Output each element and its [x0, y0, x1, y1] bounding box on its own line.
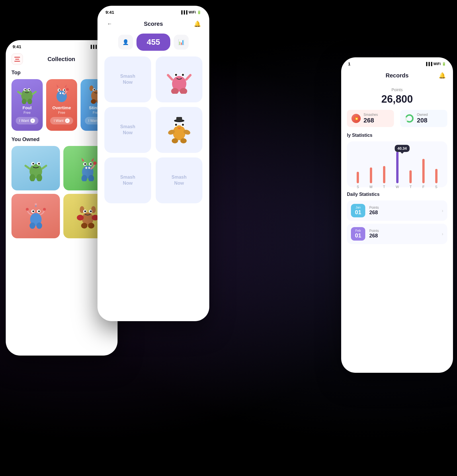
svg-line-80: [168, 75, 172, 79]
daily-section: Daily Statistics Jan 01 Points 268 › Feb…: [341, 192, 453, 244]
overtime-want-label: I Want: [54, 119, 63, 123]
smash-now-4: SmashNow: [171, 174, 186, 186]
signal-records: ▐▐▐: [425, 62, 432, 66]
score-slot-3[interactable]: SmashNow: [104, 107, 151, 153]
daily-item-jan[interactable]: Jan 01 Points 268 ›: [347, 200, 447, 221]
smash-now-2: SmashNow: [120, 124, 135, 136]
score-slot-2[interactable]: [156, 56, 202, 102]
bar-label-f: F: [422, 185, 424, 189]
left-tab-icon: 👤: [122, 39, 129, 45]
feb-pts-value: 268: [369, 233, 438, 239]
svg-line-35: [26, 166, 30, 169]
weekly-section: ly Statistics 40.34 S M T W: [341, 133, 453, 192]
signal-scores: ▐▐▐: [180, 10, 188, 14]
foul-name: Foul: [23, 105, 32, 110]
weekly-chart: 40.34 S M T W: [347, 141, 447, 187]
svg-point-43: [84, 163, 86, 165]
overtime-svg: [52, 83, 72, 104]
svg-point-27: [91, 99, 96, 104]
smashes-box: 💥 Smashes 268: [347, 110, 394, 127]
back-button[interactable]: ←: [104, 19, 115, 29]
records-notif-button[interactable]: 🔔: [437, 70, 447, 81]
bar-m: [370, 167, 372, 183]
bar-label-s1: S: [357, 185, 359, 189]
bar-label-w: W: [396, 185, 399, 189]
svg-point-69: [90, 210, 92, 212]
bar-col-t1: T: [383, 166, 385, 189]
wifi-scores: WiFi: [189, 10, 196, 14]
scores-header: ← Scores 🔔: [97, 16, 209, 34]
menu-button[interactable]: [11, 53, 23, 65]
date-day-jan: 01: [354, 209, 362, 216]
owned-monster-1-svg: [24, 155, 47, 181]
battery-records: 🔋: [442, 62, 446, 66]
date-box-feb: Feb 01: [351, 227, 365, 241]
bar-col-f: F: [422, 159, 425, 189]
foul-check: ✓: [30, 118, 35, 123]
owned-card-3[interactable]: [11, 194, 60, 238]
owned-monster-2-svg: [76, 155, 99, 181]
notification-button[interactable]: 🔔: [192, 19, 202, 29]
svg-point-33: [32, 163, 34, 165]
score-slot-1[interactable]: SmashNow: [104, 56, 151, 102]
foul-want-button[interactable]: I Want ✓: [16, 117, 38, 124]
svg-point-16: [66, 88, 69, 91]
bars-area: S M T W T: [351, 152, 443, 189]
bar-f: [422, 159, 425, 183]
svg-line-7: [33, 92, 36, 94]
records-stats-row: 💥 Smashes 268 Owned 208: [341, 110, 453, 133]
chart-tooltip: 40.34: [394, 145, 410, 152]
bar-t2: [409, 170, 412, 183]
svg-rect-46: [88, 167, 90, 169]
score-slot-4[interactable]: [156, 107, 202, 153]
svg-point-15: [64, 89, 65, 91]
svg-point-86: [173, 125, 185, 140]
bar-s1: [357, 172, 359, 183]
svg-point-44: [90, 163, 92, 165]
owned-label: Owned: [417, 113, 428, 117]
bar-s2: [435, 169, 438, 183]
signal-icon: ▐▐▐: [89, 45, 97, 49]
svg-point-58: [26, 208, 29, 211]
score-slot-5[interactable]: SmashNow: [104, 157, 151, 203]
records-title: Records: [386, 72, 409, 79]
smashes-emoji: 💥: [354, 116, 359, 121]
bar-t1: [383, 166, 385, 183]
active-score[interactable]: 455: [136, 34, 171, 51]
score-slot-6[interactable]: SmashNow: [156, 157, 202, 203]
svg-rect-18: [62, 92, 64, 94]
smashes-stat: Smashes 268: [364, 113, 378, 124]
svg-point-25: [93, 89, 95, 91]
jan-pts-label: Points: [369, 206, 438, 210]
bar-label-m: M: [370, 185, 372, 189]
right-tab[interactable]: 📊: [174, 35, 189, 50]
score-monster-2-svg: [166, 116, 192, 144]
status-bar-records: 1 ▐▐▐ WiFi 🔋: [341, 57, 453, 68]
smashes-value: 268: [364, 117, 378, 124]
owned-card-1[interactable]: [11, 146, 60, 190]
signal-icons-scores: ▐▐▐ WiFi 🔋: [180, 10, 201, 14]
back-icon: ←: [107, 21, 112, 27]
smashes-label: Smashes: [364, 113, 378, 117]
overtime-price: Free: [58, 111, 65, 115]
monster-card-foul[interactable]: Foul Free I Want ✓: [11, 79, 43, 131]
signal-icons-records: ▐▐▐ WiFi 🔋: [425, 62, 446, 66]
svg-point-57: [35, 203, 37, 205]
bar-label-s2: S: [435, 185, 438, 189]
svg-point-55: [38, 210, 40, 212]
monster-card-overtime[interactable]: Overtime Free I Want ✓: [46, 79, 77, 131]
weekly-title: ly Statistics: [347, 133, 447, 138]
svg-point-91: [182, 124, 184, 126]
foul-want-label: I Want: [19, 119, 29, 123]
bar-label-t1: T: [383, 185, 385, 189]
date-day-feb: 01: [354, 232, 362, 239]
owned-monster-3-svg: [24, 203, 47, 229]
overtime-name: Overtime: [52, 105, 71, 110]
time-collection: 9:41: [13, 44, 21, 49]
left-tab[interactable]: 👤: [118, 35, 133, 50]
time-records: 1: [348, 61, 350, 66]
foul-price: Free: [24, 111, 31, 115]
daily-item-feb[interactable]: Feb 01 Points 268 ›: [347, 224, 447, 244]
date-box-jan: Jan 01: [351, 204, 365, 217]
overtime-want-button[interactable]: I Want ✓: [50, 117, 73, 124]
